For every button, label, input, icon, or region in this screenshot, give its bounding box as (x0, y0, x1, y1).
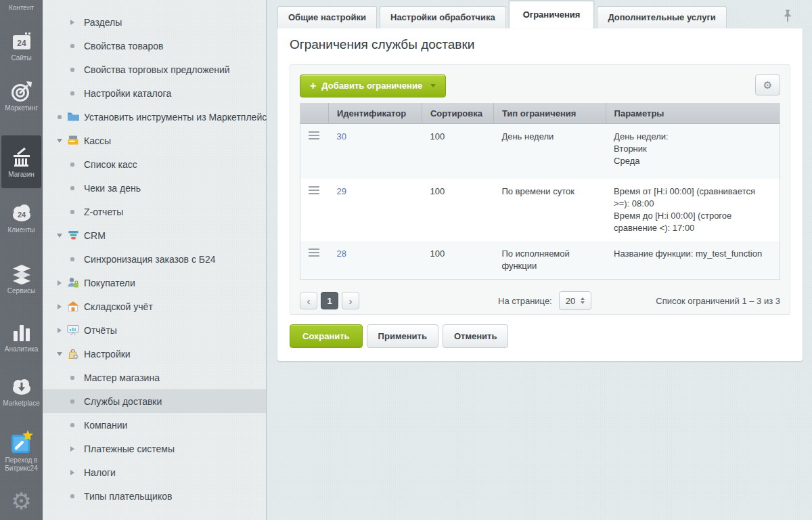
app-rail: Контент 24 Сайты Маркетинг (0, 0, 43, 520)
row-id-link[interactable]: 30 (336, 131, 346, 142)
drag-column-header (300, 104, 329, 124)
rail-item-marketplace[interactable]: Marketplace (0, 375, 43, 408)
tab-bar: Общие настройки Настройки обработчика Ог… (277, 0, 729, 28)
rail-item-clients[interactable]: 24 Клиенты (0, 202, 43, 234)
sidebar-item-label: Мастер магазина (43, 372, 160, 383)
rail-item-settings[interactable]: ⚙ (0, 488, 43, 516)
plus-icon: + (310, 82, 316, 90)
sidebar-item-razdely[interactable]: Разделы (43, 10, 266, 34)
sidebar-item-label: Z-отчеты (43, 207, 123, 217)
column-header-id[interactable]: Идентификатор (328, 104, 422, 124)
save-button[interactable]: Сохранить (290, 324, 363, 348)
sidebar-item-marketplace-tools[interactable]: Установить инструменты из Маркетплейс (43, 105, 266, 129)
sidebar-item-sluzhby-dostavki[interactable]: Службы доставки (43, 389, 266, 413)
sidebar-item-spisok-kass[interactable]: Список касс (43, 152, 266, 176)
bullet-icon (70, 44, 74, 48)
bullet-icon (70, 257, 74, 261)
grid-toolbar: + Добавить ограничение ⚙ (300, 74, 780, 99)
add-restriction-button[interactable]: + Добавить ограничение (300, 74, 446, 98)
sidebar-item-platezhnye-sistemy[interactable]: Платежные системы (43, 437, 266, 460)
row-id-link[interactable]: 28 (336, 248, 346, 259)
sidebar-item-pokupateli[interactable]: Покупатели (43, 271, 266, 295)
sidebar-item-otchety[interactable]: Отчёты (43, 318, 266, 342)
analytics-icon (0, 321, 43, 344)
restrictions-grid: + Добавить ограничение ⚙ Идентификатор (290, 64, 790, 315)
sidebar-item-label: Настройки (43, 349, 131, 360)
column-header-type[interactable]: Тип ограничения (493, 104, 606, 124)
bullet-icon (70, 186, 74, 190)
sidebar-item-sinhronizaciya-b24[interactable]: Синхронизация заказов с Б24 (43, 247, 266, 271)
tab-additional-services[interactable]: Дополнительные услуги (597, 6, 726, 28)
grid-settings-button[interactable]: ⚙ (755, 74, 780, 95)
warehouse-icon (67, 301, 80, 312)
rail-item-label: Магазин (1, 171, 41, 179)
sidebar-item-tovary[interactable]: Товары (43, 0, 266, 6)
tab-restrictions[interactable]: Ограничения (509, 1, 595, 28)
tab-handler-settings[interactable]: Настройки обработчика (380, 6, 506, 28)
sidebar-item-cheki-za-den[interactable]: Чеки за день (43, 176, 266, 200)
next-page-button[interactable]: › (342, 292, 359, 309)
rail-item-label: Сервисы (0, 287, 43, 295)
sidebar-item-svoystva-predlozheniy[interactable]: Свойства торговых предложений (43, 58, 266, 81)
chevron-down-icon (57, 139, 62, 143)
row-params-value: Время от [H:i 00:00] (сравнивается >=): … (606, 179, 780, 241)
sidebar-item-label: Чеки за день (43, 183, 141, 194)
gear-icon: ⚙ (763, 79, 772, 91)
per-page-select[interactable]: 20 (559, 291, 591, 310)
form-actions: Сохранить Применить Отменить (290, 324, 508, 348)
table-row: 30 100 День недели День недели: Вторник … (300, 124, 780, 179)
apply-button[interactable]: Применить (367, 324, 438, 348)
chevron-right-icon (70, 446, 74, 452)
cancel-button[interactable]: Отменить (443, 324, 509, 348)
gear-icon: ⚙ (0, 488, 43, 515)
rail-item-shop-active[interactable]: Магазин (1, 135, 41, 188)
shop-menu-sidebar: Товары Разделы Свойства товаров Свойства… (43, 0, 267, 520)
settings-bag-icon (67, 348, 80, 360)
rail-item-bitrix24[interactable]: Переход в Битрикс24 (0, 429, 43, 473)
row-sort-value: 100 (422, 124, 493, 179)
row-sort-value: 100 (422, 241, 493, 280)
sidebar-item-nastroyki[interactable]: Настройки (43, 342, 266, 366)
services-icon (0, 263, 43, 286)
sidebar-item-label: Синхронизация заказов с Б24 (43, 254, 216, 265)
row-menu-icon[interactable] (309, 248, 319, 257)
row-menu-icon[interactable] (309, 186, 319, 194)
row-menu-icon[interactable] (309, 131, 319, 139)
sidebar-item-master-magazina[interactable]: Мастер магазина (43, 366, 266, 389)
sidebar-item-z-otchety[interactable]: Z-отчеты (43, 200, 266, 223)
sidebar-item-kassy[interactable]: Кассы (43, 129, 266, 152)
row-id-link[interactable]: 29 (336, 186, 346, 196)
tab-general-settings[interactable]: Общие настройки (277, 6, 377, 28)
sidebar-item-tipy-platelshchikov[interactable]: Типы плательщиков (43, 484, 266, 508)
sidebar-item-label: Налоги (43, 467, 116, 478)
sidebar-item-crm[interactable]: CRM (43, 223, 266, 247)
rail-item-sites[interactable]: 24 Сайты (0, 30, 43, 62)
rail-item-marketing[interactable]: Маркетинг (0, 80, 43, 112)
sidebar-item-nastroyki-kataloga[interactable]: Настройки каталога (43, 81, 266, 105)
column-header-sort[interactable]: Сортировка (422, 104, 493, 124)
sidebar-item-label: Покупатели (43, 278, 135, 288)
row-params-value: Название функции: my_test_function (606, 241, 780, 280)
rail-item-label: Сайты (0, 54, 43, 62)
rail-item-label: Marketplace (0, 399, 43, 408)
sidebar-item-nalogi[interactable]: Налоги (43, 460, 266, 484)
sidebar-item-kompanii[interactable]: Компании (43, 413, 266, 437)
rail-item-analytics[interactable]: Аналитика (0, 321, 43, 353)
row-sort-value: 100 (422, 179, 493, 241)
sidebar-item-svoystva-tovarov[interactable]: Свойства товаров (43, 34, 266, 58)
column-header-params[interactable]: Параметры (606, 104, 780, 124)
current-page-button[interactable]: 1 (321, 292, 338, 309)
chevron-right-icon (70, 470, 74, 475)
rail-item-content[interactable]: Контент (0, 0, 43, 12)
chevron-down-icon (57, 352, 62, 356)
sidebar-item-skladskoy-uchet[interactable]: Складской учёт (43, 295, 266, 318)
prev-page-button[interactable]: ‹ (300, 292, 317, 309)
sidebar-item-label: Компании (43, 420, 127, 431)
bullet-icon (70, 423, 74, 427)
svg-text:24: 24 (17, 211, 26, 219)
spinner-icon (581, 297, 585, 304)
rail-item-services[interactable]: Сервисы (0, 263, 43, 295)
chevron-down-icon (57, 234, 62, 238)
pin-icon[interactable] (784, 9, 792, 26)
sidebar-item-label: Настройки каталога (43, 88, 171, 99)
